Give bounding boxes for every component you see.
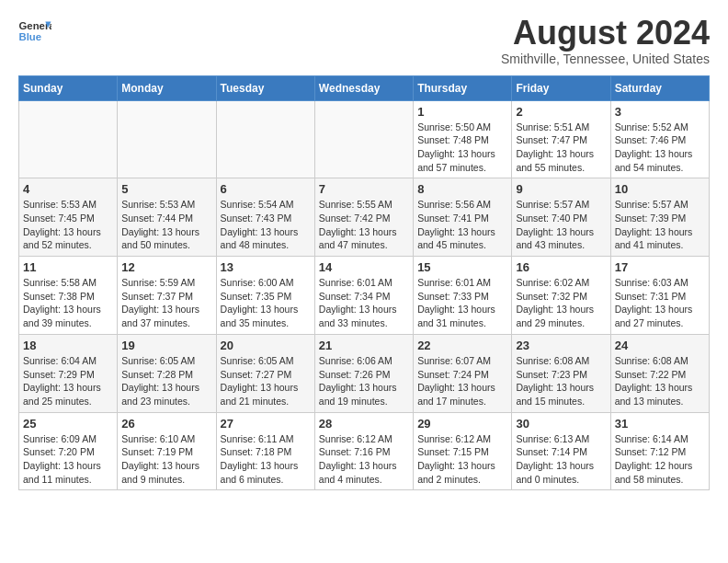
cell-info: Sunrise: 5:53 AM Sunset: 7:44 PM Dayligh… — [121, 198, 211, 252]
cell-day-number: 11 — [23, 260, 113, 274]
cell-day-number: 2 — [516, 105, 606, 119]
cell-day-number: 21 — [319, 339, 409, 352]
day-header-friday: Friday — [512, 75, 610, 100]
cell-info: Sunrise: 5:51 AM Sunset: 7:47 PM Dayligh… — [516, 121, 606, 175]
calendar-cell: 3Sunrise: 5:52 AM Sunset: 7:46 PM Daylig… — [610, 100, 709, 178]
calendar-cell: 25Sunrise: 6:09 AM Sunset: 7:20 PM Dayli… — [19, 412, 118, 490]
cell-info: Sunrise: 5:56 AM Sunset: 7:41 PM Dayligh… — [417, 198, 507, 252]
calendar-week-4: 18Sunrise: 6:04 AM Sunset: 7:29 PM Dayli… — [19, 334, 710, 412]
calendar-cell: 13Sunrise: 6:00 AM Sunset: 7:35 PM Dayli… — [216, 257, 314, 335]
cell-info: Sunrise: 6:01 AM Sunset: 7:34 PM Dayligh… — [319, 276, 409, 330]
cell-info: Sunrise: 6:01 AM Sunset: 7:33 PM Dayligh… — [417, 276, 507, 330]
calendar-cell: 5Sunrise: 5:53 AM Sunset: 7:44 PM Daylig… — [118, 178, 216, 257]
day-header-thursday: Thursday — [414, 75, 512, 100]
svg-text:Blue: Blue — [19, 31, 42, 42]
cell-day-number: 8 — [417, 182, 507, 196]
cell-day-number: 13 — [221, 260, 311, 274]
calendar-cell: 17Sunrise: 6:03 AM Sunset: 7:31 PM Dayli… — [610, 257, 709, 335]
page-header: General Blue August 2024 Smithville, Ten… — [18, 15, 710, 66]
cell-day-number: 18 — [23, 339, 113, 352]
calendar-cell: 4Sunrise: 5:53 AM Sunset: 7:45 PM Daylig… — [19, 178, 118, 257]
cell-info: Sunrise: 6:12 AM Sunset: 7:15 PM Dayligh… — [417, 432, 507, 487]
cell-day-number: 26 — [121, 417, 211, 431]
cell-info: Sunrise: 5:50 AM Sunset: 7:48 PM Dayligh… — [417, 121, 507, 175]
cell-info: Sunrise: 6:09 AM Sunset: 7:20 PM Dayligh… — [23, 432, 113, 487]
calendar-cell — [118, 100, 216, 178]
calendar-week-5: 25Sunrise: 6:09 AM Sunset: 7:20 PM Dayli… — [19, 412, 710, 490]
cell-day-number: 5 — [121, 182, 211, 196]
calendar-table: SundayMondayTuesdayWednesdayThursdayFrid… — [18, 75, 710, 491]
day-header-monday: Monday — [118, 75, 216, 100]
cell-info: Sunrise: 6:10 AM Sunset: 7:19 PM Dayligh… — [121, 432, 211, 487]
cell-day-number: 25 — [23, 417, 113, 431]
cell-day-number: 15 — [417, 260, 507, 274]
cell-info: Sunrise: 5:55 AM Sunset: 7:42 PM Dayligh… — [319, 198, 409, 252]
calendar-cell: 12Sunrise: 5:59 AM Sunset: 7:37 PM Dayli… — [118, 257, 216, 335]
page-title: August 2024 — [501, 15, 710, 52]
cell-info: Sunrise: 5:59 AM Sunset: 7:37 PM Dayligh… — [121, 276, 211, 330]
calendar-cell: 30Sunrise: 6:13 AM Sunset: 7:14 PM Dayli… — [512, 412, 610, 490]
cell-info: Sunrise: 6:05 AM Sunset: 7:27 PM Dayligh… — [221, 354, 311, 408]
cell-day-number: 31 — [615, 417, 705, 431]
calendar-cell: 18Sunrise: 6:04 AM Sunset: 7:29 PM Dayli… — [19, 334, 118, 412]
calendar-cell: 26Sunrise: 6:10 AM Sunset: 7:19 PM Dayli… — [118, 412, 216, 490]
cell-info: Sunrise: 6:02 AM Sunset: 7:32 PM Dayligh… — [516, 276, 606, 330]
calendar-cell: 10Sunrise: 5:57 AM Sunset: 7:39 PM Dayli… — [610, 178, 709, 257]
cell-day-number: 7 — [319, 182, 409, 196]
day-header-tuesday: Tuesday — [216, 75, 314, 100]
page-subtitle: Smithville, Tennessee, United States — [501, 52, 710, 66]
cell-day-number: 28 — [319, 417, 409, 431]
calendar-cell: 31Sunrise: 6:14 AM Sunset: 7:12 PM Dayli… — [610, 412, 709, 490]
cell-info: Sunrise: 6:14 AM Sunset: 7:12 PM Dayligh… — [615, 432, 705, 487]
calendar-week-1: 1Sunrise: 5:50 AM Sunset: 7:48 PM Daylig… — [19, 100, 710, 178]
cell-info: Sunrise: 6:12 AM Sunset: 7:16 PM Dayligh… — [319, 432, 409, 487]
cell-day-number: 23 — [516, 339, 606, 352]
day-header-wednesday: Wednesday — [314, 75, 413, 100]
calendar-cell — [19, 100, 118, 178]
logo: General Blue — [18, 18, 51, 44]
calendar-cell: 27Sunrise: 6:11 AM Sunset: 7:18 PM Dayli… — [216, 412, 314, 490]
cell-info: Sunrise: 6:03 AM Sunset: 7:31 PM Dayligh… — [615, 276, 705, 330]
cell-day-number: 4 — [23, 182, 113, 196]
calendar-cell: 28Sunrise: 6:12 AM Sunset: 7:16 PM Dayli… — [314, 412, 413, 490]
cell-info: Sunrise: 5:58 AM Sunset: 7:38 PM Dayligh… — [23, 276, 113, 330]
cell-day-number: 9 — [516, 182, 606, 196]
calendar-cell: 24Sunrise: 6:08 AM Sunset: 7:22 PM Dayli… — [610, 334, 709, 412]
calendar-cell: 19Sunrise: 6:05 AM Sunset: 7:28 PM Dayli… — [118, 334, 216, 412]
calendar-cell: 1Sunrise: 5:50 AM Sunset: 7:48 PM Daylig… — [414, 100, 512, 178]
cell-day-number: 19 — [121, 339, 211, 352]
cell-day-number: 17 — [615, 260, 705, 274]
calendar-cell: 6Sunrise: 5:54 AM Sunset: 7:43 PM Daylig… — [216, 178, 314, 257]
title-block: August 2024 Smithville, Tennessee, Unite… — [501, 15, 710, 66]
cell-day-number: 6 — [221, 182, 311, 196]
calendar-cell: 2Sunrise: 5:51 AM Sunset: 7:47 PM Daylig… — [512, 100, 610, 178]
day-header-saturday: Saturday — [610, 75, 709, 100]
cell-day-number: 27 — [221, 417, 311, 431]
cell-day-number: 16 — [516, 260, 606, 274]
cell-day-number: 10 — [615, 182, 705, 196]
calendar-week-3: 11Sunrise: 5:58 AM Sunset: 7:38 PM Dayli… — [19, 257, 710, 335]
cell-day-number: 30 — [516, 417, 606, 431]
calendar-cell: 23Sunrise: 6:08 AM Sunset: 7:23 PM Dayli… — [512, 334, 610, 412]
cell-info: Sunrise: 6:13 AM Sunset: 7:14 PM Dayligh… — [516, 432, 606, 487]
cell-day-number: 1 — [417, 105, 507, 119]
cell-day-number: 24 — [615, 339, 705, 352]
calendar-cell: 7Sunrise: 5:55 AM Sunset: 7:42 PM Daylig… — [314, 178, 413, 257]
calendar-cell: 21Sunrise: 6:06 AM Sunset: 7:26 PM Dayli… — [314, 334, 413, 412]
cell-day-number: 12 — [121, 260, 211, 274]
calendar-cell: 29Sunrise: 6:12 AM Sunset: 7:15 PM Dayli… — [414, 412, 512, 490]
cell-info: Sunrise: 6:08 AM Sunset: 7:22 PM Dayligh… — [615, 354, 705, 408]
calendar-cell — [216, 100, 314, 178]
cell-info: Sunrise: 5:57 AM Sunset: 7:40 PM Dayligh… — [516, 198, 606, 252]
cell-info: Sunrise: 6:07 AM Sunset: 7:24 PM Dayligh… — [417, 354, 507, 408]
calendar-cell: 9Sunrise: 5:57 AM Sunset: 7:40 PM Daylig… — [512, 178, 610, 257]
cell-info: Sunrise: 5:52 AM Sunset: 7:46 PM Dayligh… — [615, 121, 705, 175]
cell-info: Sunrise: 6:05 AM Sunset: 7:28 PM Dayligh… — [121, 354, 211, 408]
cell-info: Sunrise: 5:57 AM Sunset: 7:39 PM Dayligh… — [615, 198, 705, 252]
logo-icon: General Blue — [18, 18, 51, 44]
calendar-cell: 15Sunrise: 6:01 AM Sunset: 7:33 PM Dayli… — [414, 257, 512, 335]
cell-info: Sunrise: 6:08 AM Sunset: 7:23 PM Dayligh… — [516, 354, 606, 408]
day-header-sunday: Sunday — [19, 75, 118, 100]
calendar-cell — [314, 100, 413, 178]
calendar-cell: 16Sunrise: 6:02 AM Sunset: 7:32 PM Dayli… — [512, 257, 610, 335]
